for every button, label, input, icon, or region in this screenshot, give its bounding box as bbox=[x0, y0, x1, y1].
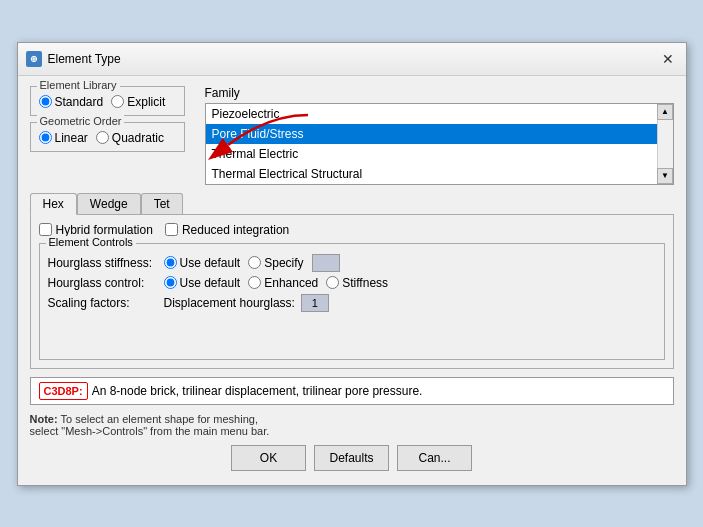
note-section: Note: To select an element shape for mes… bbox=[30, 413, 674, 437]
hg-control-default-label: Use default bbox=[180, 276, 241, 290]
tab-hex[interactable]: Hex bbox=[30, 193, 77, 215]
explicit-radio[interactable]: Explicit bbox=[111, 95, 165, 109]
hg-control-enhanced-radio[interactable]: Enhanced bbox=[248, 276, 318, 290]
reduced-integration-checkbox[interactable]: Reduced integration bbox=[165, 223, 289, 237]
hourglass-stiffness-label: Hourglass stiffness: bbox=[48, 256, 158, 270]
quadratic-radio[interactable]: Quadratic bbox=[96, 131, 164, 145]
hg-control-stiffness-label: Stiffness bbox=[342, 276, 388, 290]
dialog-icon: ⊕ bbox=[26, 51, 42, 67]
hg-control-default-radio[interactable]: Use default bbox=[164, 276, 241, 290]
standard-label: Standard bbox=[55, 95, 104, 109]
element-type-badge: C3D8P: bbox=[39, 382, 88, 400]
hg-stiffness-specify-radio[interactable]: Specify bbox=[248, 256, 303, 270]
scaling-factors-label: Scaling factors: bbox=[48, 296, 158, 310]
geometric-order-label: Geometric Order bbox=[37, 115, 125, 127]
element-description-text: An 8-node brick, trilinear displacement,… bbox=[92, 384, 423, 398]
element-controls-label: Element Controls bbox=[46, 236, 136, 248]
element-description-row: C3D8P: An 8-node brick, trilinear displa… bbox=[30, 377, 674, 405]
family-item-piezoelectric[interactable]: Piezoelectric bbox=[206, 104, 673, 124]
scrollbar-up-button[interactable]: ▲ bbox=[657, 104, 673, 120]
family-item-pore-fluid[interactable]: Pore Fluid/Stress bbox=[206, 124, 673, 144]
displacement-hourglass-label: Displacement hourglass: bbox=[164, 296, 295, 310]
family-label: Family bbox=[205, 86, 674, 100]
scrollbar-down-button[interactable]: ▼ bbox=[657, 168, 673, 184]
reduced-integration-label: Reduced integration bbox=[182, 223, 289, 237]
tab-content: Hybrid formulation Reduced integration E… bbox=[30, 214, 674, 369]
hourglass-control-label: Hourglass control: bbox=[48, 276, 158, 290]
standard-radio[interactable]: Standard bbox=[39, 95, 104, 109]
hg-control-stiffness-radio[interactable]: Stiffness bbox=[326, 276, 388, 290]
hg-stiffness-default-label: Use default bbox=[180, 256, 241, 270]
note-label: Note: bbox=[30, 413, 58, 425]
hg-control-enhanced-label: Enhanced bbox=[264, 276, 318, 290]
defaults-button[interactable]: Defaults bbox=[314, 445, 389, 471]
explicit-label: Explicit bbox=[127, 95, 165, 109]
hg-stiffness-specify-label: Specify bbox=[264, 256, 303, 270]
family-scrollbar[interactable]: ▲ ▼ bbox=[657, 104, 673, 184]
cancel-button[interactable]: Can... bbox=[397, 445, 472, 471]
ok-button[interactable]: OK bbox=[231, 445, 306, 471]
hourglass-stiffness-row: Hourglass stiffness: Use default Specify bbox=[48, 254, 656, 272]
button-row: OK Defaults Can... bbox=[30, 445, 674, 475]
tab-wedge[interactable]: Wedge bbox=[77, 193, 141, 214]
hg-stiffness-default-radio[interactable]: Use default bbox=[164, 256, 241, 270]
family-item-thermal-electrical[interactable]: Thermal Electrical Structural bbox=[206, 164, 673, 184]
tab-tet[interactable]: Tet bbox=[141, 193, 183, 214]
tab-bar: Hex Wedge Tet bbox=[30, 193, 674, 214]
checkboxes-row: Hybrid formulation Reduced integration bbox=[39, 223, 665, 237]
family-dropdown[interactable]: Piezoelectric Pore Fluid/Stress Thermal … bbox=[206, 104, 673, 184]
dialog-title: Element Type bbox=[48, 52, 121, 66]
family-item-thermal-electric[interactable]: Thermal Electric bbox=[206, 144, 673, 164]
linear-radio[interactable]: Linear bbox=[39, 131, 88, 145]
displacement-hourglass-input[interactable] bbox=[301, 294, 329, 312]
linear-label: Linear bbox=[55, 131, 88, 145]
quadratic-label: Quadratic bbox=[112, 131, 164, 145]
note-text: To select an element shape for meshing, … bbox=[30, 413, 270, 437]
spacer bbox=[48, 316, 656, 351]
scaling-factors-row: Scaling factors: Displacement hourglass: bbox=[48, 294, 656, 312]
hybrid-formulation-label: Hybrid formulation bbox=[56, 223, 153, 237]
hourglass-stiffness-value[interactable] bbox=[312, 254, 340, 272]
hourglass-control-row: Hourglass control: Use default Enhanced bbox=[48, 276, 656, 290]
element-controls-box: Element Controls Hourglass stiffness: Us… bbox=[39, 243, 665, 360]
close-button[interactable]: ✕ bbox=[658, 49, 678, 69]
hybrid-formulation-checkbox[interactable]: Hybrid formulation bbox=[39, 223, 153, 237]
title-bar: ⊕ Element Type ✕ bbox=[18, 43, 686, 76]
element-library-label: Element Library bbox=[37, 79, 120, 91]
